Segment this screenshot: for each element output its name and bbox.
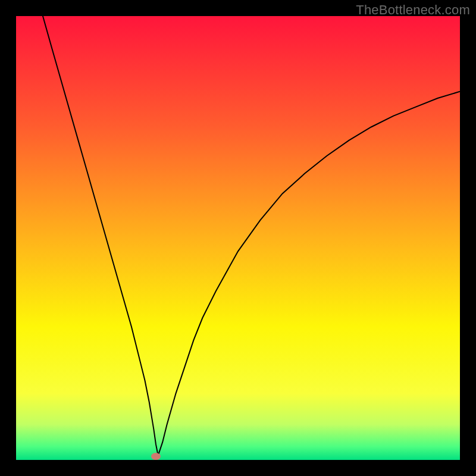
minimum-marker <box>151 453 161 460</box>
gradient-backdrop <box>16 16 460 460</box>
watermark-text: TheBottleneck.com <box>356 2 470 18</box>
chart-frame <box>16 16 460 460</box>
bottleneck-chart <box>16 16 460 460</box>
